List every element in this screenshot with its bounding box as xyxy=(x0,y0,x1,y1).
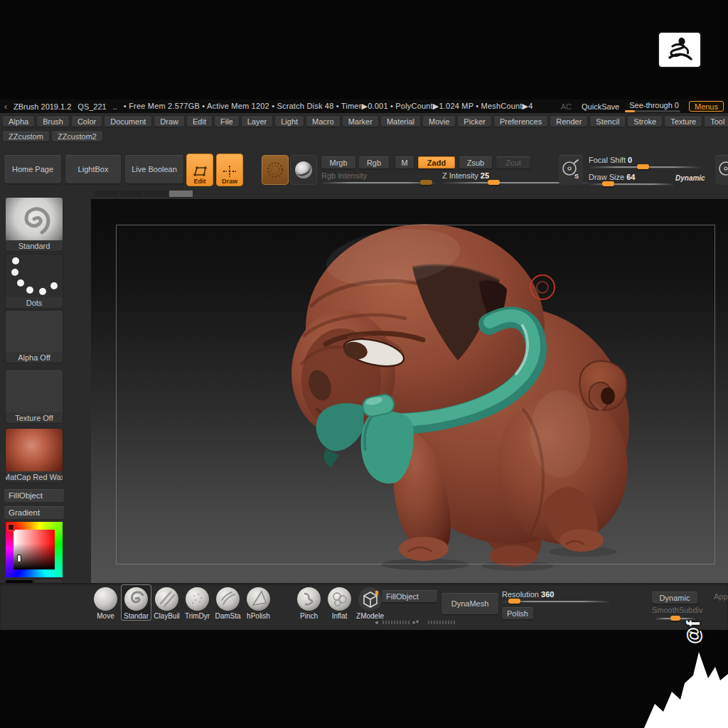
picker-cursor[interactable] xyxy=(17,555,21,562)
brush-inflate[interactable]: Inflat xyxy=(325,585,354,620)
menu-preferences[interactable]: Preferences xyxy=(494,117,547,127)
document-name: QS_221 xyxy=(77,102,106,111)
scroll-left-icon[interactable]: ◂ xyxy=(375,619,378,626)
zsub-toggle[interactable]: Zsub xyxy=(459,156,492,168)
zcut-toggle[interactable]: Zcut xyxy=(496,156,530,168)
rgb-toggle[interactable]: Rgb xyxy=(359,156,389,168)
texture-label: Texture Off xyxy=(6,412,63,423)
menu-picker[interactable]: Picker xyxy=(458,117,491,127)
menu-marker[interactable]: Marker xyxy=(343,117,378,127)
zadd-toggle[interactable]: Zadd xyxy=(418,156,455,168)
brush-damstandard[interactable]: DamSta xyxy=(213,585,242,620)
brush-standard-selected[interactable]: Standar xyxy=(122,585,151,620)
brush-pinch[interactable]: Pinch xyxy=(294,585,323,620)
stroke-curve-button[interactable]: S xyxy=(559,155,583,185)
menu-alpha[interactable]: Alpha xyxy=(3,117,34,127)
menu-texture[interactable]: Texture xyxy=(665,117,702,127)
edit-mode-button[interactable]: Edit xyxy=(186,154,213,186)
see-through-track[interactable] xyxy=(625,110,680,112)
current-material-button[interactable] xyxy=(290,155,317,185)
timeline-scrubber[interactable] xyxy=(95,191,193,197)
draw-mode-button[interactable]: Draw xyxy=(216,154,243,186)
brush-zmodeler[interactable]: ZModele xyxy=(355,585,385,620)
menu-zzcustom[interactable]: ZZcustom xyxy=(3,132,49,141)
focal-shift-slider[interactable]: Focal Shift 0 xyxy=(589,156,701,168)
depth-d-icon: D xyxy=(717,159,728,181)
standard-brush-thumb xyxy=(6,198,63,240)
apply-button-clipped[interactable]: Appl xyxy=(714,592,728,601)
polish-button[interactable]: Polish xyxy=(502,607,533,619)
title-bar: ‹ ZBrush 2019.1.2 QS_221 .. • Free Mem 2… xyxy=(0,100,728,113)
stroke-dots-icon xyxy=(264,159,286,181)
menus-button[interactable]: Menus xyxy=(689,101,724,112)
stroke-label: Dots xyxy=(6,297,63,308)
dynamic-subdiv-button[interactable]: Dynamic xyxy=(652,592,697,604)
flame-graphic xyxy=(628,650,728,728)
app-version: ZBrush 2019.1.2 xyxy=(14,102,71,111)
menu-brush[interactable]: Brush xyxy=(37,117,69,127)
current-texture-tile[interactable]: Texture Off xyxy=(6,370,63,423)
menu-file[interactable]: File xyxy=(215,117,239,127)
menu-bar: Alpha Brush Color Document Draw Edit Fil… xyxy=(0,114,728,129)
lightbox-button[interactable]: LightBox xyxy=(65,155,121,183)
brush-move[interactable]: Move xyxy=(91,585,120,620)
brush-label: Standard xyxy=(6,240,63,251)
collapse-icon[interactable]: ‹ xyxy=(4,102,7,112)
menu-material[interactable]: Material xyxy=(381,117,420,127)
gradient-button[interactable]: Gradient xyxy=(4,506,64,519)
current-stroke-button[interactable] xyxy=(262,155,289,185)
dynamic-mode-label[interactable]: Dynamic xyxy=(675,174,705,182)
mrgb-toggle[interactable]: Mrgb xyxy=(321,156,355,168)
pinch-brush-icon xyxy=(297,587,321,611)
menu-color[interactable]: Color xyxy=(72,117,102,127)
custom-menu-bar: ZZcustom ZZcustom2 xyxy=(0,129,728,144)
scroll-arrows-icon[interactable]: ▴▾ xyxy=(412,619,419,625)
current-material-tile[interactable]: MatCap Red Wax xyxy=(6,429,63,482)
menu-draw[interactable]: Draw xyxy=(154,117,184,127)
menu-edit[interactable]: Edit xyxy=(187,117,212,127)
brush-trimdynamic[interactable]: TrimDyr xyxy=(183,585,212,620)
dynamesh-button[interactable]: DynaMesh xyxy=(441,593,498,614)
watermark-handle: @f xyxy=(673,611,714,653)
menu-tool[interactable]: Tool xyxy=(705,117,728,127)
menu-render[interactable]: Render xyxy=(550,117,587,127)
scrubber-thumb[interactable] xyxy=(169,191,193,197)
brush-hpolish[interactable]: hPolish xyxy=(244,585,273,620)
current-brush-tile[interactable]: Standard xyxy=(6,198,63,251)
alpha-label: Alpha Off xyxy=(6,352,63,363)
screenshot-stage: ‹ ZBrush 2019.1.2 QS_221 .. • Free Mem 2… xyxy=(0,0,728,728)
menu-layer[interactable]: Layer xyxy=(242,117,273,127)
fill-object-button[interactable]: FillObject xyxy=(4,489,64,502)
material-label: MatCap Red Wax xyxy=(6,471,63,482)
depth-curve-button[interactable]: D xyxy=(715,155,728,185)
home-page-button[interactable]: Home Page xyxy=(4,155,61,183)
dots-stroke-thumb xyxy=(6,255,63,297)
menu-light[interactable]: Light xyxy=(275,117,304,127)
quicksave-button[interactable]: QuickSave xyxy=(582,102,619,111)
resolution-slider[interactable]: Resolution 360 xyxy=(502,590,610,602)
document-frame xyxy=(116,225,715,564)
live-boolean-button[interactable]: Live Boolean xyxy=(125,155,183,183)
claybuildup-brush-icon xyxy=(155,587,178,611)
sculpt-canvas[interactable] xyxy=(91,199,728,583)
rgb-intensity-slider[interactable]: Rgb Intensity xyxy=(321,171,437,183)
menu-zzcustom2[interactable]: ZZcustom2 xyxy=(52,132,102,141)
current-alpha-tile[interactable]: Alpha Off xyxy=(6,311,63,363)
fill-object-shelf-button[interactable]: FillObject xyxy=(382,590,437,602)
menu-stroke[interactable]: Stroke xyxy=(628,117,662,127)
brush-claybuildup[interactable]: ClayBuil xyxy=(152,585,181,620)
menu-movie[interactable]: Movie xyxy=(423,117,455,127)
hpolish-brush-icon xyxy=(247,587,270,611)
zbrush-figure-icon xyxy=(663,36,697,64)
menu-macro[interactable]: Macro xyxy=(306,117,340,127)
menu-stencil[interactable]: Stencil xyxy=(590,117,625,127)
trimdynamic-brush-icon xyxy=(186,587,209,611)
menu-document[interactable]: Document xyxy=(105,117,151,127)
m-toggle[interactable]: M xyxy=(395,156,414,168)
see-through-slider[interactable]: See-through 0 xyxy=(629,101,679,112)
saturation-value-square[interactable] xyxy=(14,530,55,569)
color-picker[interactable] xyxy=(6,522,63,577)
current-stroke-tile[interactable]: Dots xyxy=(6,255,63,308)
inflate-brush-icon xyxy=(328,587,351,611)
zmodeler-brush-icon xyxy=(358,587,382,611)
